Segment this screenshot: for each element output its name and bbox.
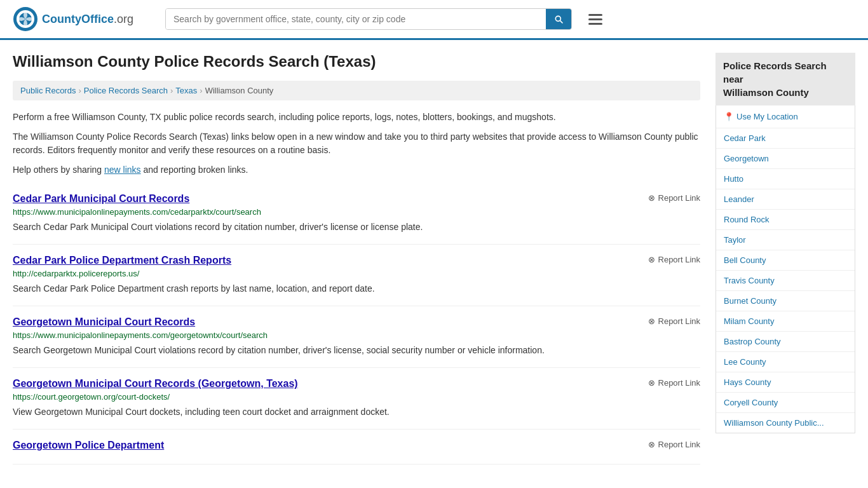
sidebar-link-hays-county[interactable]: Hays County: [716, 372, 855, 393]
content-area: Williamson County Police Records Search …: [13, 53, 700, 464]
menu-button[interactable]: [585, 10, 606, 29]
result-url: https://www.municipalonlinepayments.com/…: [13, 330, 700, 340]
sidebar-title: Police Records Search near Williamson Co…: [715, 53, 855, 105]
report-link-button[interactable]: ⊗ Report Link: [648, 193, 700, 203]
logo-text: CountyOffice.org: [42, 13, 133, 26]
result-url: https://www.municipalonlinepayments.com/…: [13, 207, 700, 217]
sidebar-section: 📍 Use My Location Cedar Park Georgetown …: [715, 105, 855, 433]
menu-bar-3: [588, 23, 602, 25]
sidebar-link-lee-county[interactable]: Lee County: [716, 352, 855, 372]
report-link-icon: ⊗: [648, 255, 655, 264]
menu-bar-1: [588, 14, 602, 16]
result-header: Cedar Park Municipal Court Records ⊗ Rep…: [13, 193, 700, 205]
sidebar-link-leander[interactable]: Leander: [716, 189, 855, 210]
result-item: Georgetown Municipal Court Records (Geor…: [13, 368, 700, 430]
result-item: Georgetown Police Department ⊗ Report Li…: [13, 430, 700, 464]
result-title[interactable]: Georgetown Municipal Court Records: [13, 316, 195, 328]
location-icon: 📍: [724, 112, 734, 121]
description-1: Perform a free Williamson County, TX pub…: [13, 111, 700, 124]
result-item: Cedar Park Municipal Court Records ⊗ Rep…: [13, 183, 700, 245]
search-input[interactable]: [166, 9, 546, 29]
breadcrumb: Public Records › Police Records Search ›…: [13, 81, 700, 100]
description-2: The Williamson County Police Records Sea…: [13, 130, 700, 157]
result-title[interactable]: Cedar Park Municipal Court Records: [13, 193, 189, 205]
sidebar-link-williamson-public[interactable]: Williamson County Public...: [716, 413, 855, 433]
report-link-button[interactable]: ⊗ Report Link: [648, 316, 700, 326]
sidebar-link-bell-county[interactable]: Bell County: [716, 250, 855, 271]
header: CountyOffice.org: [0, 0, 868, 40]
sidebar-link-georgetown[interactable]: Georgetown: [716, 149, 855, 169]
logo-area: CountyOffice.org: [13, 6, 153, 32]
result-header: Georgetown Municipal Court Records ⊗ Rep…: [13, 316, 700, 328]
result-desc: Search Cedar Park Police Department cras…: [13, 282, 700, 295]
description-3: Help others by sharing new links and rep…: [13, 163, 700, 177]
report-link-icon: ⊗: [648, 378, 655, 388]
search-button[interactable]: [546, 9, 571, 29]
breadcrumb-public-records[interactable]: Public Records: [20, 86, 76, 95]
search-bar: [165, 8, 572, 30]
sidebar-link-hutto[interactable]: Hutto: [716, 169, 855, 189]
sidebar-link-milam-county[interactable]: Milam County: [716, 311, 855, 332]
report-link-button[interactable]: ⊗ Report Link: [648, 440, 700, 449]
page-title: Williamson County Police Records Search …: [13, 53, 700, 71]
result-title[interactable]: Georgetown Municipal Court Records (Geor…: [13, 378, 298, 390]
sidebar-link-bastrop-county[interactable]: Bastrop County: [716, 332, 855, 352]
report-link-button[interactable]: ⊗ Report Link: [648, 255, 700, 264]
result-url: http://cedarparktx.policereports.us/: [13, 269, 700, 278]
report-link-button[interactable]: ⊗ Report Link: [648, 378, 700, 388]
sidebar-link-taylor[interactable]: Taylor: [716, 230, 855, 250]
result-item: Georgetown Municipal Court Records ⊗ Rep…: [13, 306, 700, 368]
menu-bar-2: [588, 18, 602, 20]
results-list: Cedar Park Municipal Court Records ⊗ Rep…: [13, 183, 700, 464]
sidebar-link-round-rock[interactable]: Round Rock: [716, 210, 855, 230]
result-title[interactable]: Georgetown Police Department: [13, 440, 164, 451]
result-url: https://court.georgetown.org/court-docke…: [13, 392, 700, 402]
result-desc: Search Georgetown Municipal Court violat…: [13, 344, 700, 357]
breadcrumb-sep-3: ›: [200, 86, 202, 95]
result-item: Cedar Park Police Department Crash Repor…: [13, 245, 700, 306]
result-header: Georgetown Police Department ⊗ Report Li…: [13, 440, 700, 451]
logo-icon: [13, 6, 38, 32]
result-desc: Search Cedar Park Municipal Court violat…: [13, 220, 700, 234]
sidebar: Police Records Search near Williamson Co…: [715, 53, 855, 464]
result-header: Georgetown Municipal Court Records (Geor…: [13, 378, 700, 390]
report-link-icon: ⊗: [648, 193, 655, 203]
new-links-link[interactable]: new links: [104, 165, 141, 175]
report-link-icon: ⊗: [648, 440, 655, 449]
breadcrumb-current: Williamson County: [205, 86, 274, 95]
use-my-location[interactable]: 📍 Use My Location: [716, 105, 855, 128]
sidebar-link-cedar-park[interactable]: Cedar Park: [716, 128, 855, 149]
breadcrumb-sep-1: ›: [78, 86, 81, 95]
sidebar-link-burnet-county[interactable]: Burnet County: [716, 291, 855, 311]
breadcrumb-police-records[interactable]: Police Records Search: [84, 86, 168, 95]
result-desc: View Georgetown Municipal Court dockets,…: [13, 405, 700, 419]
result-header: Cedar Park Police Department Crash Repor…: [13, 255, 700, 266]
sidebar-link-travis-county[interactable]: Travis County: [716, 271, 855, 291]
breadcrumb-sep-2: ›: [170, 86, 173, 95]
main-container: Williamson County Police Records Search …: [0, 40, 868, 477]
sidebar-link-coryell-county[interactable]: Coryell County: [716, 393, 855, 413]
breadcrumb-texas[interactable]: Texas: [175, 86, 197, 95]
report-link-icon: ⊗: [648, 316, 655, 326]
search-icon: [553, 14, 564, 24]
result-title[interactable]: Cedar Park Police Department Crash Repor…: [13, 255, 231, 266]
